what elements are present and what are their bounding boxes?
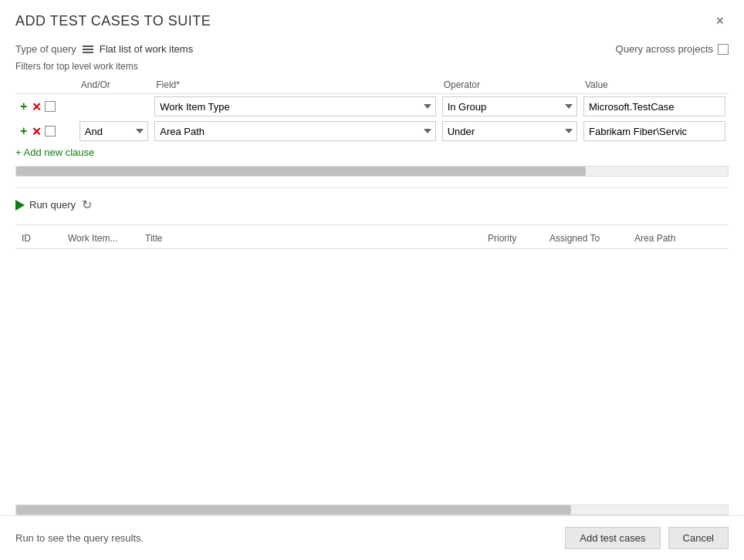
- footer-status: Run to see the query results.: [15, 532, 144, 544]
- add-test-cases-button[interactable]: Add test cases: [565, 527, 660, 549]
- row-1-operator-cell[interactable]: In Group Not In Group = <>: [439, 94, 580, 120]
- add-clause-button[interactable]: + Add new clause: [15, 147, 94, 158]
- row-1-add-btn[interactable]: +: [19, 100, 29, 113]
- row-2-value-input[interactable]: [583, 121, 725, 141]
- filters-label: Filters for top level work items: [15, 59, 729, 76]
- run-query-label: Run query: [29, 199, 76, 211]
- row-1-value-input[interactable]: [583, 96, 725, 116]
- col-header-areapath: Area Path: [628, 231, 729, 245]
- row-1-actions: + ✕: [19, 100, 73, 113]
- row-2-operator-select[interactable]: Under Not Under = <>: [442, 121, 577, 141]
- th-value: Value: [580, 76, 729, 94]
- row-2-actions: + ✕: [19, 125, 73, 137]
- row-1-operator-select[interactable]: In Group Not In Group = <>: [442, 96, 577, 116]
- filter-table-wrapper: And/Or Field* Operator Value + ✕: [15, 76, 729, 143]
- row-1-value-cell[interactable]: [580, 94, 729, 120]
- row-2-del-btn[interactable]: ✕: [30, 126, 43, 137]
- results-empty-area: [15, 249, 729, 501]
- query-type-text: Flat list of work items: [100, 43, 193, 55]
- query-across-checkbox[interactable]: [718, 44, 729, 55]
- top-scrollbar-thumb: [16, 167, 586, 176]
- results-header: ID Work Item... Title Priority Assigned …: [15, 231, 729, 249]
- dialog-title: ADD TEST CASES TO SUITE: [15, 13, 211, 29]
- filter-row-2: + ✕ And Or: [15, 119, 729, 143]
- close-button[interactable]: ×: [711, 12, 729, 29]
- row-1-field-select[interactable]: Work Item Type Area Path Assigned To Sta…: [154, 96, 435, 116]
- bottom-scrollbar-thumb: [16, 505, 571, 514]
- col-header-workitem: Work Item...: [62, 231, 139, 245]
- row-2-andor-select[interactable]: And Or: [79, 121, 148, 141]
- footer-buttons: Add test cases Cancel: [565, 527, 729, 549]
- row-2-operator-cell[interactable]: Under Not Under = <>: [439, 119, 580, 143]
- query-type-row: Type of query Flat list of work items Qu…: [15, 35, 729, 59]
- row-2-add-btn[interactable]: +: [19, 125, 29, 137]
- th-operator: Operator: [439, 76, 580, 94]
- play-icon: [15, 200, 25, 211]
- row-2-field-select[interactable]: Work Item Type Area Path Assigned To Sta…: [154, 121, 435, 141]
- row-1-checkbox[interactable]: [45, 101, 56, 112]
- refresh-button[interactable]: ↻: [82, 197, 92, 212]
- row-2-checkbox[interactable]: [45, 126, 56, 137]
- th-actions: [15, 76, 76, 94]
- col-header-id: ID: [15, 231, 62, 245]
- divider-2: [15, 224, 729, 225]
- row-1-andor-cell: [76, 94, 151, 120]
- add-clause-label: + Add new clause: [15, 147, 94, 158]
- bottom-scrollbar[interactable]: [15, 504, 729, 515]
- col-header-title: Title: [139, 231, 482, 245]
- run-query-row: Run query ↻: [15, 194, 729, 218]
- query-type-value[interactable]: Flat list of work items: [83, 43, 193, 55]
- query-type-label: Type of query: [15, 43, 76, 55]
- dialog: ADD TEST CASES TO SUITE × Type of query …: [0, 0, 744, 560]
- row-1-field-cell[interactable]: Work Item Type Area Path Assigned To Sta…: [151, 94, 438, 120]
- th-field: Field*: [151, 76, 438, 94]
- top-scrollbar[interactable]: [15, 166, 729, 177]
- run-query-button[interactable]: Run query: [15, 199, 76, 211]
- dialog-footer: Run to see the query results. Add test c…: [0, 515, 744, 560]
- divider-1: [15, 187, 729, 188]
- dialog-header: ADD TEST CASES TO SUITE ×: [0, 0, 744, 35]
- filter-row-1: + ✕ Work Item Type Area Path Assigned To: [15, 94, 729, 120]
- query-type-left: Type of query Flat list of work items: [15, 43, 193, 55]
- col-header-priority: Priority: [482, 231, 543, 245]
- row-1-del-btn[interactable]: ✕: [30, 101, 43, 113]
- row-2-value-cell[interactable]: [580, 119, 729, 143]
- filter-table: And/Or Field* Operator Value + ✕: [15, 76, 729, 143]
- row-2-andor-cell[interactable]: And Or: [76, 119, 151, 143]
- col-header-assignedto: Assigned To: [543, 231, 628, 245]
- list-icon: [83, 46, 93, 53]
- dialog-body: Type of query Flat list of work items Qu…: [0, 35, 744, 515]
- add-clause-row: + Add new clause: [15, 143, 729, 161]
- cancel-button[interactable]: Cancel: [668, 527, 729, 549]
- query-across-right: Query across projects: [616, 43, 729, 55]
- th-andor: And/Or: [76, 76, 151, 94]
- row-2-field-cell[interactable]: Work Item Type Area Path Assigned To Sta…: [151, 119, 438, 143]
- query-across-label: Query across projects: [616, 43, 713, 55]
